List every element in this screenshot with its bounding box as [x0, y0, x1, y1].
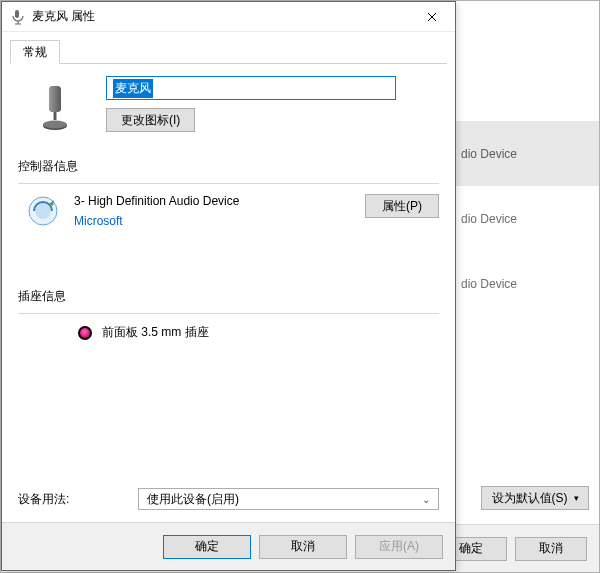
cancel-button[interactable]: 取消: [259, 535, 347, 559]
bg-device-item[interactable]: dio Device: [461, 186, 587, 251]
svg-point-8: [35, 203, 51, 219]
bg-device-item[interactable]: dio Device: [461, 251, 587, 316]
controller-manufacturer-link[interactable]: Microsoft: [74, 214, 351, 228]
bg-cancel-button[interactable]: 取消: [515, 537, 587, 561]
device-name-value: 麦克风: [113, 79, 153, 98]
chevron-down-icon: ▾: [574, 493, 579, 503]
svg-rect-4: [49, 86, 61, 112]
jack-color-icon: [78, 326, 92, 340]
device-usage-select[interactable]: 使用此设备(启用) ⌄: [138, 488, 439, 510]
dialog-title: 麦克风 属性: [32, 8, 95, 25]
chevron-down-icon: ⌄: [422, 494, 430, 505]
tab-body-general: 麦克风 更改图标(I) 控制器信息 3- High Definiti: [2, 64, 455, 522]
microphone-icon: [10, 9, 26, 25]
microphone-properties-dialog: 麦克风 属性 常规 麦克风 更改图标: [1, 1, 456, 571]
svg-rect-0: [15, 10, 19, 18]
device-usage-value: 使用此设备(启用): [147, 491, 239, 508]
apply-button[interactable]: 应用(A): [355, 535, 443, 559]
dialog-footer: 确定 取消 应用(A): [2, 522, 455, 570]
tab-strip: 常规: [10, 36, 447, 64]
svg-rect-2: [15, 23, 21, 24]
device-name-input[interactable]: 麦克风: [106, 76, 396, 100]
ok-button[interactable]: 确定: [163, 535, 251, 559]
controller-info-heading: 控制器信息: [18, 158, 439, 175]
controller-name: 3- High Definition Audio Device: [74, 194, 351, 208]
close-icon: [427, 12, 437, 22]
controller-info-group: 控制器信息 3- High Definition Audio Device Mi…: [18, 158, 439, 228]
jack-label: 前面板 3.5 mm 插座: [102, 324, 209, 341]
controller-properties-button[interactable]: 属性(P): [365, 194, 439, 218]
jack-info-group: 插座信息 前面板 3.5 mm 插座: [18, 288, 439, 341]
controller-icon: [26, 194, 60, 228]
divider: [18, 313, 439, 314]
close-button[interactable]: [409, 2, 455, 32]
svg-point-6: [43, 121, 67, 129]
set-default-button[interactable]: 设为默认值(S)▾: [481, 486, 589, 510]
divider: [18, 183, 439, 184]
tab-general[interactable]: 常规: [10, 40, 60, 64]
device-large-icon: [28, 80, 82, 140]
device-usage-label: 设备用法:: [18, 491, 138, 508]
jack-info-heading: 插座信息: [18, 288, 439, 305]
change-icon-button[interactable]: 更改图标(I): [106, 108, 195, 132]
titlebar[interactable]: 麦克风 属性: [2, 2, 455, 32]
